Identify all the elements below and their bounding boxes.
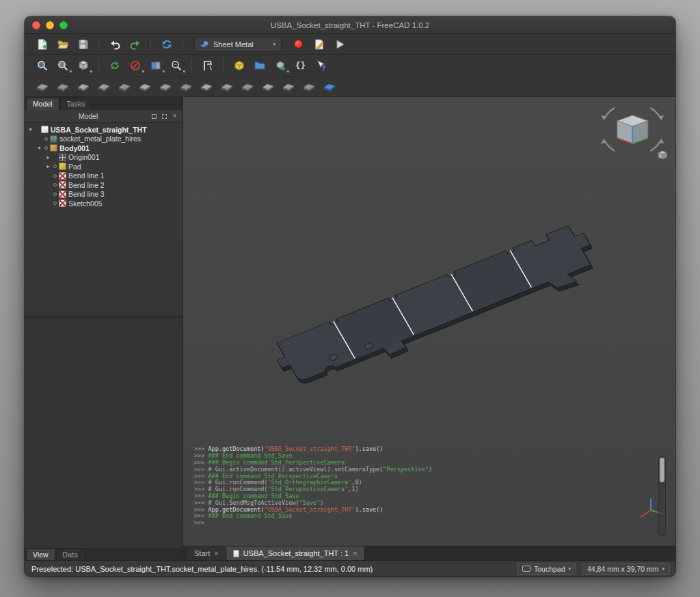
python-console[interactable]: >>> App.getDocument("USBA_Socket_straigh… — [194, 446, 432, 527]
sheetmetal-tool-10-button[interactable] — [217, 78, 236, 95]
3d-viewport[interactable]: >>> App.getDocument("USBA_Socket_straigh… — [183, 97, 675, 546]
close-tab-icon[interactable]: × — [353, 549, 357, 557]
zoom-icon — [170, 59, 183, 72]
close-window-button[interactable] — [32, 21, 40, 29]
clip-plane-button[interactable]: ▾ — [146, 57, 165, 74]
sheetmetal-tool-03-button[interactable] — [74, 78, 92, 95]
run-macro-button[interactable] — [330, 36, 349, 53]
title-bar[interactable]: USBA_Socket_straight_THT - FreeCAD 1.0.2 — [25, 16, 675, 34]
sheetmetal-tool-02-icon — [56, 81, 70, 92]
sketch-icon — [59, 191, 66, 198]
document-icon — [233, 550, 239, 557]
pad-icon — [59, 163, 66, 170]
sketch-icon — [59, 181, 66, 189]
sheetmetal-tool-04-icon — [97, 81, 111, 92]
mdi-tab[interactable]: Start× — [187, 546, 226, 560]
undo-button[interactable] — [105, 36, 124, 53]
tree-item[interactable]: Bend line 1 — [25, 171, 183, 181]
fit-selection-button[interactable]: ▾ — [53, 57, 72, 74]
close-tab-icon[interactable]: × — [214, 549, 218, 557]
play-icon — [334, 38, 346, 51]
workbench-selected-label: Sheet Metal — [213, 40, 269, 48]
tree-item-label: USBA_Socket_straight_THT — [51, 126, 147, 134]
tree-item[interactable]: Sketch005 — [25, 199, 183, 208]
fit-all-button[interactable] — [33, 57, 51, 74]
float-panel-button[interactable] — [150, 113, 158, 120]
tree-item[interactable]: Bend line 3 — [25, 190, 183, 199]
dock-bottom-tab-data[interactable]: Data — [56, 549, 85, 560]
sheetmetal-tool-03-icon — [77, 81, 90, 92]
open-button[interactable] — [53, 36, 72, 53]
sheetmetal-tool-05-icon — [118, 81, 131, 92]
scrollbar-thumb[interactable] — [660, 458, 664, 482]
new-document-button[interactable] — [33, 36, 51, 53]
window-title: USBA_Socket_straight_THT - FreeCAD 1.0.2 — [25, 21, 675, 29]
navigation-cube[interactable] — [597, 102, 671, 163]
minimize-window-button[interactable] — [46, 21, 54, 29]
sheetmetal-tool-01-button[interactable] — [33, 78, 51, 95]
tree-item[interactable]: ▾Body001 — [25, 143, 183, 153]
sheetmetal-tool-05-button[interactable] — [115, 78, 133, 95]
visibility-dot — [53, 165, 57, 168]
make-link-button[interactable]: ▾ — [271, 57, 289, 74]
record-macro-button[interactable] — [289, 36, 308, 53]
svg-text:?: ? — [321, 64, 325, 72]
measure-button[interactable] — [198, 57, 217, 74]
sheetmetal-tool-12-button[interactable] — [258, 78, 277, 95]
origin-icon — [59, 154, 66, 161]
braces-icon: {} — [295, 60, 306, 70]
close-panel-button[interactable]: × — [171, 113, 178, 120]
sheetmetal-unfold-button[interactable] — [320, 78, 338, 95]
sheetmetal-tool-09-icon — [200, 81, 213, 92]
tree-item[interactable]: ▾USBA_Socket_straight_THT — [25, 125, 183, 135]
sheetmetal-tool-07-button[interactable] — [156, 78, 174, 95]
sheetmetal-tool-02-button[interactable] — [53, 78, 72, 95]
zoom-window-button[interactable] — [59, 21, 68, 29]
redo-button[interactable] — [126, 36, 144, 53]
whats-this-button[interactable]: ? — [312, 57, 330, 74]
create-group-button[interactable] — [250, 57, 269, 74]
dock-panel-button[interactable] — [161, 113, 168, 120]
save-button[interactable] — [74, 36, 92, 53]
tree-item[interactable]: ▸Pad — [25, 162, 183, 171]
sheetmetal-tool-04-button[interactable] — [94, 78, 113, 95]
mdi-tab[interactable]: USBA_Socket_straight_THT : 1× — [226, 546, 365, 560]
workbench-selector[interactable]: Sheet Metal ▾ — [194, 37, 282, 52]
edit-macro-button[interactable] — [310, 36, 328, 53]
tree-item-label: Body001 — [59, 144, 90, 152]
tree-item[interactable]: socket_metal_plate_hires — [25, 135, 183, 144]
tree-item[interactable]: ▸Origin001 — [25, 153, 183, 163]
draw-style-icon — [129, 59, 142, 72]
sheetmetal-tool-08-icon — [179, 81, 193, 92]
sheetmetal-tool-06-button[interactable] — [135, 78, 154, 95]
create-part-button[interactable] — [230, 57, 248, 74]
sheetmetal-tool-09-button[interactable] — [197, 78, 215, 95]
edit-macro-icon — [313, 38, 325, 51]
variable-set-button[interactable]: {} — [291, 57, 310, 74]
nav-style-selector[interactable]: Touchpad ▾ — [517, 563, 576, 575]
align-view-button[interactable] — [105, 57, 124, 74]
toolbar-separator — [223, 59, 224, 72]
mdi-tab-label: Start — [194, 549, 210, 557]
dock-bottom-tab-view[interactable]: View — [26, 549, 55, 560]
sheetmetal-tool-08-button[interactable] — [176, 78, 195, 95]
chevron-down-icon: ▾ — [142, 69, 144, 74]
record-icon — [294, 40, 303, 48]
refresh-button[interactable] — [157, 36, 176, 53]
dimension-selector[interactable]: 44,84 mm x 39,70 mm ▾ — [582, 563, 670, 575]
draw-style-button[interactable]: ▾ — [126, 57, 144, 74]
console-scrollbar[interactable] — [658, 456, 666, 536]
dock-tab-model[interactable]: Model — [26, 98, 59, 110]
toolbar-view: ▾ ▾ ▾ ▾ ▾ — [25, 55, 675, 77]
dock-tab-tasks[interactable]: Tasks — [60, 98, 92, 110]
model-panel-header: Model × — [25, 110, 183, 123]
zoom-tools-button[interactable]: ▾ — [167, 57, 185, 74]
tree: ▾USBA_Socket_straight_THTsocket_metal_pl… — [25, 123, 183, 316]
sheetmetal-tool-11-button[interactable] — [238, 78, 256, 95]
tree-item[interactable]: Bend line 2 — [25, 180, 183, 190]
clip-plane-icon — [150, 59, 162, 72]
property-panel-empty — [25, 318, 183, 548]
sheetmetal-tool-13-button[interactable] — [279, 78, 297, 95]
sheetmetal-tool-14-button[interactable] — [299, 78, 318, 95]
axonometric-view-button[interactable]: ▾ — [74, 57, 92, 74]
